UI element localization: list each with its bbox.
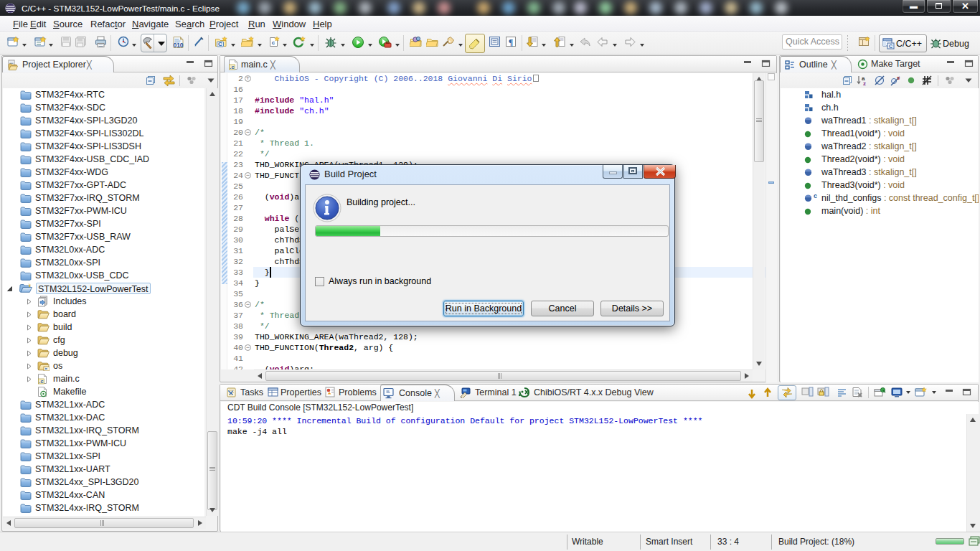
svg-text:.c: .c [39,378,43,385]
svg-text:¶: ¶ [509,37,513,47]
svg-text:s: s [897,75,900,81]
svg-text:.c: .c [230,64,234,70]
svg-text:z: z [863,80,866,87]
svg-text:C: C [889,44,892,49]
svg-text:010: 010 [173,42,183,49]
svg-text:C: C [218,41,222,47]
svg-text:c: c [272,39,275,46]
